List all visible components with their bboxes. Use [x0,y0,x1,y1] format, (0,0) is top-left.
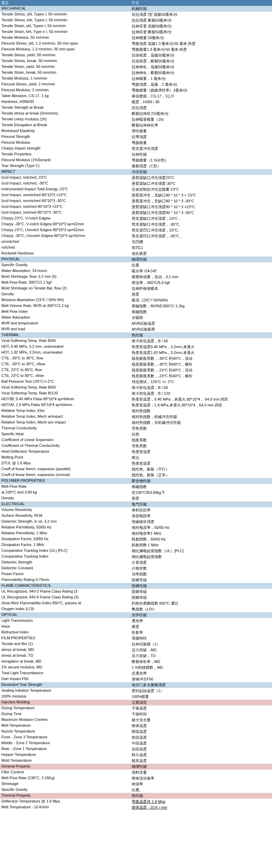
term-cn: 抗张程度，屈服50毫米/分 [130,52,272,58]
term-en: Moisture Absorption (23°C / 50% RH) [0,297,130,303]
table-row: FILM PROPERTIES薄膜特性 [0,635,272,641]
term-en: Tensile stress at break (5mm/min) [0,111,130,117]
section-row: ELECTRICAL电气性能 [0,501,272,507]
term-cn: 简支梁凹口冲击强度，23°C, [130,227,272,233]
table-row: Dielectric Strength, in oil, 3.2 mm绝缘破坏强… [0,519,272,525]
table-row: HDT, 0.45 MPa, 3.2 mm, unannealed热变形温度0.… [0,344,272,350]
term-cn: 热变形温度0.45 MPa，3.2mm,未退火 [130,344,272,350]
term-cn: 简支梁凹口冲击强度，-30°C， [130,233,272,239]
table-row: elongation at break, MD断裂伸长率，MD [0,659,272,665]
term-cn: 导热系数 [130,426,272,431]
term-cn: 线胀系数 [130,437,272,443]
term-cn: 弯曲模量（挠曲弹性率）2毫米/分 [130,87,272,93]
term-en: Tensile Properties [0,152,130,157]
term-en: Water Adsorption [0,315,130,321]
term-en: Heat Deflection Temperature [0,449,130,455]
section-row: THERMAL热性能 [0,332,272,338]
term-en: Coefficient of Linear Expansion [0,437,130,443]
term-cn: 密度 [130,496,272,501]
table-row: Thermal Conductivity导热系数 [0,426,272,431]
term-en: Drying Time [0,711,130,717]
term-cn: 拉伸伸长，屈服50毫米/分 [130,64,272,70]
term-cn: 撕裂强度（C型） [130,163,272,169]
term-en: Izod Impact, notched, 23°C [0,175,130,181]
table-row: Heat Deflection Temperature热变形温度 [0,449,272,455]
table-row: at 230°C and 3.80 kg在230°C和3.80kg下 [0,490,272,496]
term-cn: 热变形温度，1.8 MPa,未退火,80*10*4，64.0 mm 跨距 [130,402,272,408]
table-row: Coeff.of linear therm. expansion (parall… [0,466,272,472]
term-en: Hardness, H358/30 [0,99,130,105]
term-en: CTE, 23°C to 80°C, xflow [0,373,130,379]
term-cn: 比热 [130,431,272,437]
section-label-en: Elmendorf Tear Strength [0,682,130,688]
section-label-cn: 冲击性能 [130,169,272,175]
table-row: Flexural Modulus弯曲模量 [0,140,272,146]
term-en: Flexural Modulus, 2 mm/min [0,87,130,93]
term-en: Izod Impact, notched, -30°C [0,181,130,187]
section-label-en: THERMAL [0,332,130,338]
term-en: Tensile Stress, yield, 50 mm/min [0,52,130,58]
term-cn: 热变形温度 [130,461,272,466]
table-row: Nozzle Temperature喷咀温度 [0,729,272,735]
term-en: Izod Impact, notched 80*10*3 +23°C [0,204,130,210]
table-row: Charpy impact strength简支梁冲击强度 [0,146,272,152]
table-row: Tensile creep modulus (1h)拉伸蠕变模量（1h) [0,117,272,122]
table-row: Tensile Modulus, 1 mm/min 拉伸模量，1 毫米/分 [0,76,272,82]
table-row: Tensile Elongation at Break断裂拉伸伸长率 [0,122,272,128]
section-row: IMPACT冲击性能 [0,169,272,175]
table-row: Flexural Stress, yld, 1.3 mm/min, 50 mm … [0,41,272,47]
table-row: Mold Shrinkage on Tensile Bar, flow (2)拉… [0,286,272,292]
term-cn: 抗拉强度 I型 屈服50毫米/分 [130,12,272,17]
term-cn: 洛氏硬度 [130,251,272,257]
term-en: Haze [0,624,130,630]
term-cn: 水吸附 [130,315,272,321]
term-en: Dart Impact F50 [0,676,130,682]
term-cn: 填料含量 [130,770,272,775]
table-row: Tensile Strain, yield, 50 mm/min拉伸伸长，屈服5… [0,64,272,70]
table-row: Izod Impact, notched 80*10*3 -30°C悬臂梁缺口冲… [0,210,272,216]
term-cn: 氧指数（LOI） [130,606,272,612]
table-row: Tensile test film (1)拉伸试验膜（1） [0,641,272,647]
term-cn: 功率因数 [130,571,272,577]
term-cn: 维卡软化温度，B / 50 [130,385,272,391]
table-row: Tensile Stress, yield, 50 mm/min 抗张程度，屈服… [0,52,272,58]
table-row: Specific Gravity比重 [0,262,272,268]
term-en: Comparative Tracking Index [0,554,130,560]
table-row: 100% modulus100%模量 [0,694,272,700]
term-en: Surface Resistivity, ROA [0,513,130,519]
section-row: MECHANICAL机械性能 [0,6,272,12]
section-label-en: FLAME CHARACTERISTICS [0,583,130,589]
table-row: Dissipation Factor, 1 MHz耗散因数 1 MHz [0,542,272,548]
term-cn: 拉伸伸长，断裂50毫米/分 [130,70,272,76]
term-cn: 断裂拉伸伸长率 [130,122,272,128]
table-row: Melt Temperature - 10 K/min熔体温度 - 10 K /… [0,805,272,810]
term-en: Middle - Zone 2 Temperature [0,740,130,746]
term-en: Hopper Temperature [0,752,130,758]
term-cn: 弹性模量 [130,128,272,134]
term-cn: 线形膨胀系数，-23°C 到40°C，横向 [130,373,272,379]
term-cn: 密度 [130,292,272,297]
table-row: Rear - Zone 1 Temperature后段温度 [0,746,272,752]
term-en: FILM PROPERTIES [0,635,130,641]
table-row: Modulusof Elasticity弹性模量 [0,128,272,134]
section-label-en: Injection Molding [0,700,130,705]
term-en: MVR test load [0,326,130,332]
section-label-en: ELECTRICAL [0,501,130,507]
term-cn: 相对热指数 [130,408,272,414]
term-cn: 线性热。膨胀（平行） [130,466,272,472]
term-en: Thermal Conductivity [0,426,130,431]
term-cn: 比重, [130,787,272,793]
term-en: Light Transmission [0,618,130,624]
table-row: Dissipation Factor, 50/60 Hz耗散因数，50/60 H… [0,536,272,542]
term-en: Relative Permittivity, 50/60 Hz [0,525,130,531]
table-row: Hopper Temperature料斗温度 [0,752,272,758]
table-row: Charpy -30°C, Unnotch Edgew 80*10*3 sp=6… [0,233,272,239]
table-row: CTE, -30°C to 30°C, flow线形膨胀系数，-30°C 到40… [0,356,272,361]
term-cn[interactable]: 熔体温度 - 10 K / min [130,805,272,810]
term-cn: 吸湿（23C°/ 50%RH) [130,297,272,303]
term-cn[interactable]: 弯曲温度@ 1.8 Mpa [130,799,272,805]
term-cn: 拉伸模量 50毫米/分 [130,35,272,41]
term-cn: 弯曲模量 [130,140,272,146]
term-cn: 拉伸应变 屈服50毫米/分 [130,23,272,29]
table-row: Filler Content填料含量 [0,770,272,775]
